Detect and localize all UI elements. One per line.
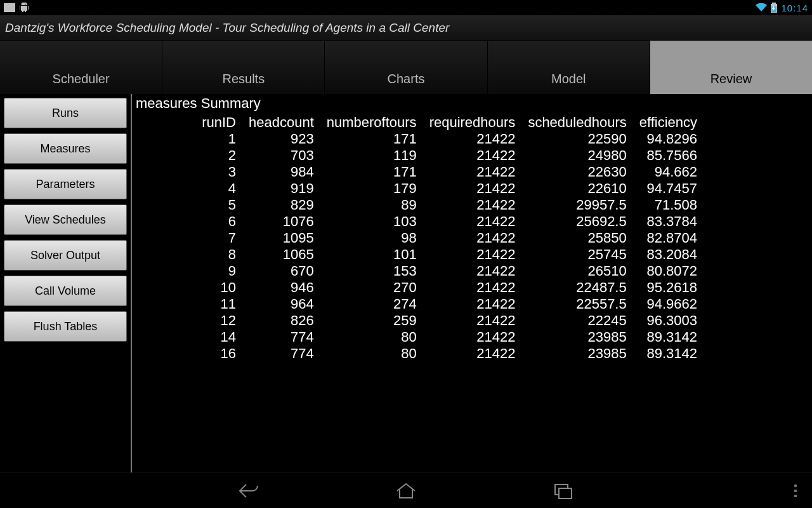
cell: 8 — [134, 246, 242, 263]
col-header-headcount: headcount — [242, 114, 320, 131]
status-bar: 10:14 — [0, 0, 812, 15]
cell: 103 — [320, 213, 423, 230]
cell: 24980 — [521, 147, 632, 164]
cell: 22590 — [521, 131, 632, 147]
cell: 946 — [242, 279, 320, 296]
tab-charts[interactable]: Charts — [325, 41, 487, 94]
cell: 95.2618 — [633, 279, 704, 296]
table-row: 109462702142222487.595.2618 — [134, 279, 704, 296]
tab-scheduler[interactable]: Scheduler — [0, 41, 162, 94]
cell: 80.8072 — [633, 263, 704, 279]
sidebar-btn-parameters[interactable]: Parameters — [4, 169, 127, 199]
cell: 26510 — [521, 263, 632, 279]
tab-model[interactable]: Model — [488, 41, 650, 94]
cell: 21422 — [423, 296, 522, 312]
recent-apps-button[interactable] — [548, 478, 579, 504]
cell: 1076 — [242, 213, 320, 230]
cell: 919 — [242, 180, 320, 197]
tab-results[interactable]: Results — [162, 41, 325, 94]
table-row: 9670153214222651080.8072 — [134, 263, 704, 279]
cell: 25745 — [521, 246, 632, 263]
tab-bar: SchedulerResultsChartsModelReview — [0, 41, 812, 94]
cell: 7 — [134, 230, 242, 246]
col-header-numberoftours: numberoftours — [320, 114, 423, 131]
col-header-scheduledhours: scheduledhours — [521, 114, 632, 131]
cell: 96.3003 — [633, 312, 704, 329]
cell: 29957.5 — [521, 197, 632, 213]
cell: 21422 — [423, 345, 522, 362]
sidebar: RunsMeasuresParametersView SchedulesSolv… — [0, 94, 132, 472]
main-content: measures Summary runIDheadcountnumberoft… — [132, 94, 812, 472]
cell: 83.2084 — [633, 246, 704, 263]
system-nav-bar — [0, 472, 812, 508]
table-row: 1477480214222398589.3142 — [134, 329, 704, 345]
cell: 89 — [320, 197, 423, 213]
cell: 270 — [320, 279, 423, 296]
table-row: 2703119214222498085.7566 — [134, 147, 704, 164]
col-header-requiredhours: requiredhours — [423, 114, 522, 131]
table-row: 610761032142225692.583.3784 — [134, 213, 704, 230]
cell: 22487.5 — [521, 279, 632, 296]
cell: 21422 — [423, 147, 522, 164]
cell: 94.9662 — [633, 296, 704, 312]
tab-review[interactable]: Review — [650, 41, 812, 94]
cell: 22557.5 — [521, 296, 632, 312]
table-row: 3984171214222263094.662 — [134, 164, 704, 180]
cell: 22630 — [521, 164, 632, 180]
cell: 2 — [134, 147, 242, 164]
menu-button[interactable] — [794, 485, 797, 497]
status-time: 10:14 — [781, 3, 808, 13]
cell: 171 — [320, 164, 423, 180]
wifi-icon — [756, 3, 767, 12]
cell: 9 — [134, 263, 242, 279]
cell: 12 — [134, 312, 242, 329]
sidebar-btn-view-schedules[interactable]: View Schedules — [4, 204, 127, 235]
table-row: 119642742142222557.594.9662 — [134, 296, 704, 312]
cell: 25692.5 — [521, 213, 632, 230]
cell: 22245 — [521, 312, 632, 329]
cell: 171 — [320, 131, 423, 147]
sidebar-btn-solver-output[interactable]: Solver Output — [4, 240, 127, 271]
cell: 85.7566 — [633, 147, 704, 164]
cell: 5 — [134, 197, 242, 213]
cell: 21422 — [423, 230, 522, 246]
cell: 71.508 — [633, 197, 704, 213]
cell: 23985 — [521, 345, 632, 362]
sidebar-btn-runs[interactable]: Runs — [4, 98, 127, 128]
table-row: 1923171214222259094.8296 — [134, 131, 704, 147]
cell: 179 — [320, 180, 423, 197]
table-row: 4919179214222261094.7457 — [134, 180, 704, 197]
cell: 80 — [320, 329, 423, 345]
cell: 774 — [242, 345, 320, 362]
cell: 10 — [134, 279, 242, 296]
cell: 11 — [134, 296, 242, 312]
cell: 923 — [242, 131, 320, 147]
cell: 89.3142 — [633, 345, 704, 362]
cell: 964 — [242, 296, 320, 312]
cell: 6 — [134, 213, 242, 230]
cell: 80 — [320, 345, 423, 362]
table-row: 1677480214222398589.3142 — [134, 345, 704, 362]
app-title-bar: Dantzig's Workforce Scheduling Model - T… — [0, 15, 812, 41]
cell: 21422 — [423, 279, 522, 296]
home-button[interactable] — [391, 478, 421, 504]
cell: 23985 — [521, 329, 632, 345]
mail-icon — [4, 3, 15, 12]
cell: 21422 — [423, 213, 522, 230]
cell: 829 — [242, 197, 320, 213]
cell: 82.8704 — [633, 230, 704, 246]
cell: 826 — [242, 312, 320, 329]
measures-table: runIDheadcountnumberoftoursrequiredhours… — [134, 114, 704, 362]
col-header-efficiency: efficiency — [633, 114, 704, 131]
cell: 21422 — [423, 131, 522, 147]
cell: 22610 — [521, 180, 632, 197]
android-icon — [19, 3, 29, 13]
sidebar-btn-measures[interactable]: Measures — [4, 133, 127, 164]
sidebar-btn-flush-tables[interactable]: Flush Tables — [4, 311, 127, 342]
cell: 16 — [134, 345, 242, 362]
cell: 153 — [320, 263, 423, 279]
cell: 259 — [320, 312, 423, 329]
sidebar-btn-call-volume[interactable]: Call Volume — [4, 276, 127, 306]
back-button[interactable] — [233, 478, 264, 504]
cell: 21422 — [423, 263, 522, 279]
